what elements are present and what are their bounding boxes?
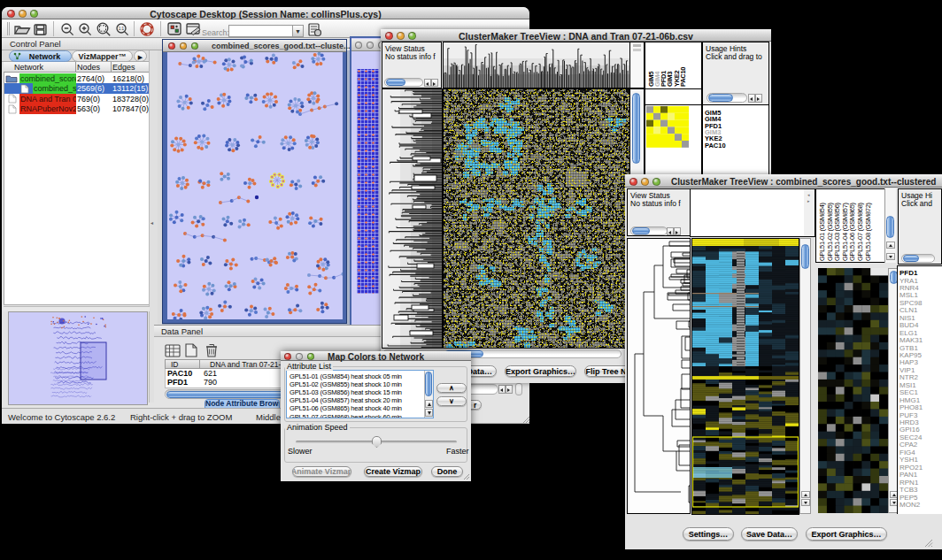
svg-text:1:1: 1:1 [119,27,125,31]
